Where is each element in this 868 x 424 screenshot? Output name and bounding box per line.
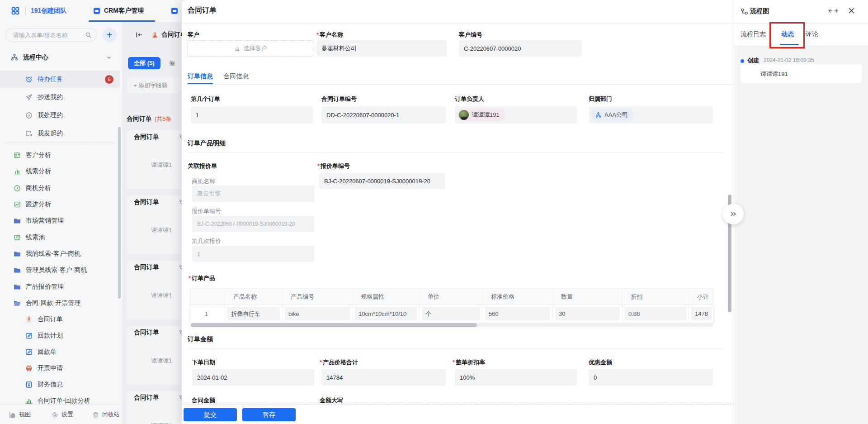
stamp-icon xyxy=(25,316,33,323)
filter-tab-all[interactable]: 全部 (5) xyxy=(128,57,160,69)
discount-cell[interactable]: 0.88 xyxy=(625,307,686,320)
quote-index-input[interactable]: 1 xyxy=(192,246,314,262)
app-window: 191创建团队 CRM客户管理 流程中心 xyxy=(0,0,868,424)
folder-icon xyxy=(14,283,21,291)
tab-contract-info[interactable]: 合同信息 xyxy=(223,72,249,81)
tabs-divider xyxy=(182,84,734,85)
quote-no-input[interactable]: BJ-C-20220607-0000019-SJ0000019-20 xyxy=(319,173,445,189)
sidebar-item-handled-by-me[interactable]: 我处理的 xyxy=(0,107,120,124)
sidebar-item-finance-info[interactable]: 财务信息 xyxy=(0,377,120,392)
sidebar-item-contract-order[interactable]: 合同订单 xyxy=(0,312,120,327)
search-input[interactable] xyxy=(12,31,85,39)
bar-chart-icon xyxy=(25,397,33,405)
customer-name-input[interactable]: 蔓霍材料公司 xyxy=(316,40,447,57)
sidebar-item-payment-slip[interactable]: 回款单 xyxy=(0,345,120,359)
order-card[interactable]: 合同订单 谭谭谭1 xyxy=(127,195,190,254)
order-card[interactable]: 合同订单 谭谭谭1 xyxy=(127,261,190,319)
sidebar-item-product-quote[interactable]: 产品报价管理 xyxy=(0,280,120,294)
dept-pill: AAA公司 xyxy=(591,109,633,121)
order-card[interactable]: 合同订单 谭谭谭1 xyxy=(127,391,190,424)
subtotal-cell[interactable]: 1478 xyxy=(691,307,712,320)
tab-team[interactable]: 191创建团队 xyxy=(31,7,66,15)
folder-icon xyxy=(14,217,21,224)
tab-comments[interactable]: 评论 xyxy=(806,30,818,38)
collapse-panel-button[interactable] xyxy=(723,204,744,224)
benefit-input[interactable]: 0 xyxy=(589,369,713,386)
sidebar-item-marketing[interactable]: 市场营销管理 xyxy=(0,214,120,228)
sidebar-item-initiated-by-me[interactable]: 我发起的 xyxy=(0,125,120,142)
sidebar-group-process-center[interactable]: 流程中心 xyxy=(0,49,120,66)
product-total-input[interactable]: 14784 xyxy=(321,369,446,386)
filter-tab-urge[interactable]: 催 xyxy=(169,59,175,67)
table-column-header: 单位 xyxy=(420,289,483,305)
collapse-sidebar-icon[interactable] xyxy=(135,31,143,39)
qty-cell[interactable]: 30 xyxy=(555,307,620,320)
table-horizontal-scrollbar[interactable] xyxy=(191,323,477,327)
product-detail-section-title: 订单产品明细 xyxy=(188,139,226,148)
table-header-row: 产品名称 产品编号 规格属性 单位 标准价格 数量 折扣 小计 xyxy=(190,289,713,305)
tab-order-info[interactable]: 订单信息 xyxy=(188,72,213,81)
spec-cell[interactable]: 10cm*10cm*10/10 xyxy=(355,307,417,320)
sidebar-scrollbar[interactable] xyxy=(118,127,121,299)
views-button[interactable]: 视图 xyxy=(9,410,31,419)
bar-chart-icon xyxy=(14,168,21,175)
section-divider xyxy=(188,348,723,349)
add-form-button[interactable] xyxy=(102,28,117,42)
submit-button[interactable]: 提交 xyxy=(184,408,237,421)
tab-crm-app[interactable]: CRM客户管理 xyxy=(104,7,144,15)
paper-plane-icon xyxy=(25,94,33,101)
discount-rate-label: 整单折扣率 xyxy=(453,358,485,367)
price-cell[interactable]: 560 xyxy=(485,307,550,320)
quote-index-label: 第几次报价 xyxy=(192,237,221,245)
product-total-label: 产品价格合计 xyxy=(320,358,358,367)
form-search[interactable] xyxy=(5,28,97,42)
customer-no-input[interactable]: C-20220607-0000020 xyxy=(459,40,582,57)
views-chart-icon xyxy=(9,411,16,418)
quote-no2-input[interactable]: BJ-C-20220607-0000019-SJ0000019-20 xyxy=(192,216,314,232)
sidebar-item-customer-analysis[interactable]: 客户分析 xyxy=(0,148,120,162)
save-draft-button[interactable]: 暂存 xyxy=(242,408,296,421)
resize-arrows-icon[interactable] xyxy=(828,7,839,14)
activity-timeline: 创建 2024-01-02 16:09:35 谭谭谭191 xyxy=(735,46,868,424)
order-card[interactable]: 合同订单 谭谭谭1 xyxy=(127,326,190,385)
sidebar-item-opportunity-analysis[interactable]: 商机分析 xyxy=(0,181,120,195)
order-products-label: 订单产品 xyxy=(189,274,215,282)
owner-input[interactable]: 谭谭谭191 xyxy=(455,106,577,124)
discount-rate-input[interactable]: 100% xyxy=(455,369,577,386)
settings-button[interactable]: 设置 xyxy=(52,410,73,419)
close-icon[interactable] xyxy=(848,7,855,14)
sidebar-item-cc-to-me[interactable]: 抄送我的 xyxy=(0,89,120,106)
printer-icon xyxy=(25,365,33,372)
list-section-title: 合同订单(共5条 xyxy=(127,115,172,123)
hidden-tab-icon[interactable] xyxy=(171,7,178,14)
timeline-user-card[interactable]: 谭谭谭191 xyxy=(741,64,862,83)
recycle-bin-button[interactable]: 回收站 xyxy=(92,410,120,419)
sidebar-item-todo-tasks[interactable]: 待办任务 6 xyxy=(0,71,120,88)
product-name-cell[interactable]: 折叠自行车 xyxy=(227,307,280,320)
unit-cell[interactable]: 个 xyxy=(422,307,480,320)
order-date-label: 下单日期 xyxy=(192,358,215,367)
table-column-header: 产品编号 xyxy=(283,289,353,305)
dept-input[interactable]: AAA公司 xyxy=(589,106,713,124)
select-customer-button[interactable]: 选择客户 xyxy=(188,40,313,57)
order-card[interactable]: 合同订单 谭谭谭1 xyxy=(127,130,190,189)
org-chart-icon xyxy=(11,54,18,61)
sidebar-item-lead-pool[interactable]: 线索池 xyxy=(0,230,120,245)
sidebar-item-my-leads[interactable]: 我的线索-客户-商机 xyxy=(0,247,120,261)
biz-name-input[interactable]: 星云引擎 xyxy=(192,186,314,202)
tab-process-log[interactable]: 流程日志 xyxy=(741,30,766,38)
sidebar-item-contract-management[interactable]: 合同-回款-开票管理 xyxy=(0,296,120,310)
order-no-input[interactable]: DD-C-20220607-0000020-1 xyxy=(321,106,446,124)
benefit-label: 优惠金额 xyxy=(589,358,612,367)
sidebar-item-invoice-request[interactable]: 开票申请 xyxy=(0,361,120,376)
sidebar-item-admin-leads[interactable]: 管理员线索-客户-商机 xyxy=(0,263,120,277)
product-code-cell[interactable]: bike xyxy=(285,307,350,320)
sidebar-item-payment-plan[interactable]: 回款计划 xyxy=(0,329,120,343)
apps-grid-icon[interactable] xyxy=(11,6,20,15)
sidebar-item-followup-analysis[interactable]: 跟进分析 xyxy=(0,197,120,212)
order-index-input[interactable]: 1 xyxy=(191,106,313,124)
table-column-header: 产品名称 xyxy=(225,289,283,305)
add-field-filter-button[interactable]: + 添加字段筛 xyxy=(127,78,182,93)
order-date-input[interactable]: 2024-01-02 xyxy=(192,369,314,386)
sidebar-item-lead-analysis[interactable]: 线索分析 xyxy=(0,164,120,179)
